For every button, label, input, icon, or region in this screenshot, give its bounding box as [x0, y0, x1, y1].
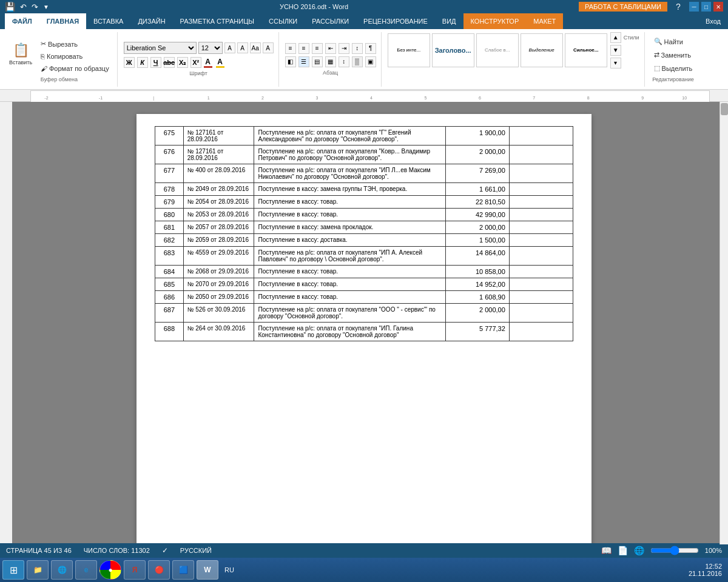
numbering-button[interactable]: ≡ — [298, 43, 309, 54]
taskbar-chrome[interactable]: ● — [99, 560, 121, 580]
styles-scroll-up[interactable]: ▲ — [610, 32, 621, 43]
tab-layout[interactable]: РАЗМЕТКА СТРАНИЦЫ — [173, 13, 261, 29]
row-reference: № 4559 от 29.09.2016 — [183, 247, 254, 266]
taskbar-explorer[interactable]: 📁 — [27, 560, 49, 580]
table-row: 676 № 127161 от 28.09.2016 Поступление н… — [155, 146, 573, 164]
style-heading[interactable]: Заголово... — [432, 33, 474, 67]
align-right-button[interactable]: ▤ — [312, 56, 323, 67]
tab-file[interactable]: ФАЙЛ — [5, 13, 39, 29]
select-button[interactable]: ⬚ Выделить — [651, 62, 696, 74]
font-size-select[interactable]: 12 — [198, 42, 223, 54]
document-area[interactable]: 675 № 127161 от 28.09.2016 Поступление н… — [0, 102, 728, 543]
style-highlight[interactable]: Выделение — [521, 33, 563, 67]
statusbar-right: 📖 📄 🌐 100% — [601, 546, 722, 555]
increase-indent-button[interactable]: ⇥ — [339, 43, 349, 54]
scrollbar-thumb[interactable] — [721, 103, 728, 115]
taskbar-yandex[interactable]: Я — [124, 560, 146, 580]
row-amount: 1 608,90 — [445, 291, 509, 304]
table-row: 681 № 2057 от 28.09.2016 Поступление в к… — [155, 221, 573, 234]
styles-scroll-down[interactable]: ▼ — [610, 45, 621, 56]
styles-more[interactable]: ▾ — [610, 58, 621, 69]
svg-text:3: 3 — [316, 96, 318, 100]
multilevel-button[interactable]: ≡ — [312, 43, 323, 54]
minimize-button[interactable]: ─ — [689, 2, 699, 12]
tab-layout2[interactable]: МАКЕТ — [526, 13, 563, 29]
shading-button[interactable]: ▒ — [352, 56, 363, 67]
format-painter-button[interactable]: 🖌 Формат по образцу — [38, 63, 112, 74]
read-mode-icon[interactable]: 📖 — [601, 546, 612, 555]
redo-icon[interactable]: ↷ — [32, 2, 38, 12]
spell-check-icon[interactable]: ✓ — [162, 546, 168, 555]
superscript-button[interactable]: X² — [190, 57, 201, 68]
subscript-button[interactable]: X₂ — [177, 57, 188, 68]
page-info: СТРАНИЦА 45 ИЗ 46 — [6, 547, 72, 554]
paste-icon: 📋 — [13, 42, 29, 58]
taskbar-app2[interactable]: 🟦 — [172, 560, 194, 580]
bullets-button[interactable]: ≡ — [285, 43, 296, 54]
taskbar-clock: 12:52 21.11.2016 — [689, 563, 726, 577]
web-layout-icon[interactable]: 🌐 — [634, 546, 644, 555]
line-spacing-button[interactable]: ↕ — [339, 56, 349, 67]
style-weak[interactable]: Слабое в... — [476, 33, 519, 67]
sort-button[interactable]: ↕ — [352, 43, 363, 54]
underline-button[interactable]: Ч — [150, 57, 161, 68]
taskbar-ie[interactable]: e — [75, 560, 97, 580]
change-case-button[interactable]: Aa — [250, 42, 261, 53]
copy-icon: ⎘ — [41, 53, 45, 60]
zoom-slider[interactable] — [650, 546, 699, 555]
language: РУССКИЙ — [180, 547, 212, 554]
taskbar-browser1[interactable]: 🌐 — [51, 560, 73, 580]
close-button[interactable]: ✕ — [713, 2, 723, 12]
work-table-button[interactable]: РАБОТА С ТАБЛИЦАМИ — [579, 2, 667, 12]
tab-mailings[interactable]: РАССЫЛКИ — [305, 13, 356, 29]
window-title: УСНО 2016.odt - Word — [49, 3, 579, 10]
copy-button[interactable]: ⎘ Копировать — [38, 51, 112, 62]
style-strong[interactable]: Сильное... — [565, 33, 607, 67]
italic-button[interactable]: К — [137, 57, 148, 68]
show-marks-button[interactable]: ¶ — [365, 43, 376, 54]
borders-button[interactable]: ▣ — [365, 56, 376, 67]
row-reference: № 127161 от 28.09.2016 — [183, 146, 254, 164]
taskbar-word[interactable]: W — [197, 560, 218, 580]
maximize-button[interactable]: □ — [701, 2, 711, 12]
bold-button[interactable]: Ж — [124, 57, 135, 68]
font-name-select[interactable]: Liberation Se — [124, 42, 197, 54]
cut-button[interactable]: ✂ Вырезать — [38, 38, 112, 50]
tab-home[interactable]: ГЛАВНАЯ — [39, 13, 86, 29]
start-button[interactable]: ⊞ — [2, 560, 24, 580]
tab-constructor[interactable]: КОНСТРУКТОР — [463, 13, 527, 29]
decrease-indent-button[interactable]: ⇤ — [325, 43, 336, 54]
quick-access-dropdown[interactable]: ▼ — [43, 4, 49, 10]
align-center-button[interactable]: ☰ — [298, 56, 309, 67]
undo-icon[interactable]: ↶ — [20, 2, 27, 12]
help-button[interactable]: ? — [672, 1, 684, 13]
paste-button[interactable]: 📋 Вставить — [6, 36, 35, 72]
style-normal[interactable]: Без инте... — [388, 33, 430, 67]
replace-button[interactable]: ⇄ Заменить — [651, 49, 694, 61]
print-layout-icon[interactable]: 📄 — [618, 546, 628, 555]
tab-references[interactable]: ССЫЛКИ — [261, 13, 305, 29]
strikethrough-button[interactable]: abc — [164, 57, 175, 68]
font-grow-button[interactable]: A — [224, 42, 235, 53]
justify-button[interactable]: ▦ — [325, 56, 336, 67]
font-color-button[interactable]: A — [204, 58, 212, 68]
row-reference: № 2068 от 29.09.2016 — [183, 266, 254, 278]
taskbar-lang: RU — [224, 566, 234, 574]
tab-design[interactable]: ДИЗАЙН — [130, 13, 172, 29]
clear-format-button[interactable]: A — [263, 42, 274, 53]
highlight-button[interactable]: A — [216, 58, 224, 68]
font-shrink-button[interactable]: A — [237, 42, 248, 53]
row-extra — [509, 234, 573, 247]
row-extra — [509, 323, 573, 341]
tab-signin[interactable]: Вход — [698, 13, 728, 29]
save-icon[interactable]: 💾 — [5, 2, 15, 12]
find-button[interactable]: 🔍 Найти — [651, 36, 686, 47]
vertical-scrollbar[interactable] — [720, 102, 728, 543]
align-left-button[interactable]: ◧ — [285, 56, 296, 67]
row-extra — [509, 278, 573, 291]
tab-insert[interactable]: ВСТАВКА — [86, 13, 130, 29]
taskbar-app1[interactable]: 🔴 — [148, 560, 170, 580]
tab-review[interactable]: РЕЦЕНЗИРОВАНИЕ — [356, 13, 435, 29]
row-number: 677 — [155, 164, 184, 183]
tab-view[interactable]: ВИД — [435, 13, 463, 29]
